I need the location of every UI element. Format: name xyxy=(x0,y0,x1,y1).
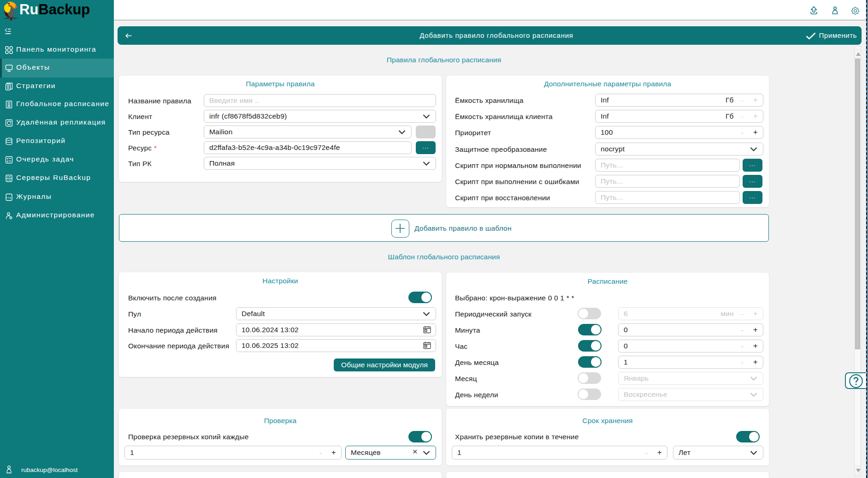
svg-text:0: 0 xyxy=(425,329,426,332)
svg-text:log: log xyxy=(6,196,12,199)
svg-text:0: 0 xyxy=(425,345,426,347)
